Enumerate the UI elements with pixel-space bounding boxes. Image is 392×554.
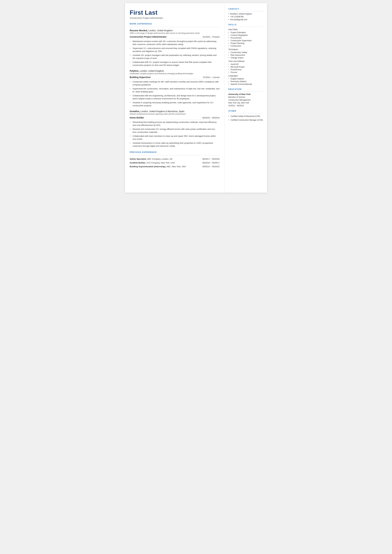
skill-item-2-0: AutoCAD [228,63,263,65]
skill-list-2: AutoCADMicrosoft ProjectProntoFormsProco… [228,63,263,73]
bullet-2-0-0: Streamlined the building process by impl… [130,121,220,127]
candidate-name: First Last [130,9,220,16]
bullet-1-0-2: Collaborated with the engineering, archi… [130,94,220,100]
other-item-0: Certified Safety Professional (CSP) [228,115,263,118]
role-dates-1-0: 07/2021 – Current [203,76,220,78]
company-name-1: Polyhire, London, United Kingdom [130,70,220,72]
previous-roles-list: Safety Specialist, ABC Company, London, … [130,158,220,168]
skill-category-2: Tools and Software: [228,60,263,62]
bullet-2-0-3: Assisted homeowners in home sales by adv… [130,141,220,148]
work-experience-divider [130,27,220,27]
role-dates-2-0: 06/2018 – 09/2019 [202,117,219,119]
edu-block-0: University of New YorkBachelor of Scienc… [228,93,263,107]
bullets-1-0: Conducted safety meetings for 68+ staff … [130,80,220,107]
prev-dates-0: 06/2017 – 05/2018 [202,158,219,161]
skill-item-1-0: Construction Safety [228,51,263,54]
companies-list: Resume Worded, London, United KingdomOff… [130,29,220,148]
skill-item-0-5: Construction [228,45,263,47]
role-dates-0-0: 01/2022 – Present [203,36,219,38]
role-title-1-0: Building Supervisor [130,76,151,78]
resume-container: First Last Construction Project Administ… [125,3,267,193]
prev-row-1: Scaffold Builder, XYZ Company, New York,… [130,161,220,164]
prev-dates-2: 09/2014 – 05/2015 [202,165,219,168]
skill-item-2-2: ProntoForms [228,69,263,71]
skill-list-1: Construction SafetyRisk AssessmentChange… [228,51,263,59]
role-title-0-0: Construction Project Administrator [130,35,167,38]
contact-item-1: +44 123456789 [228,16,263,18]
previous-experience-divider [130,155,220,155]
other-heading: OTHER [228,110,263,112]
skills-section: Hard Skills:Project EstimationContract N… [228,28,263,85]
skill-item-1-1: Risk Assessment [228,54,263,56]
skill-item-0-2: Procurement [228,37,263,39]
skill-list-0: Project EstimationContract NegotiationPr… [228,31,263,47]
contact-item-0: Bradford, United Kingdom [228,13,263,15]
edu-school-0: University of New York [228,93,263,95]
skill-category-1: Techniques: [228,48,263,50]
prev-label-2: Building Superintendent (Internship), AB… [130,165,201,168]
skill-item-0-1: Contract Negotiation [228,34,263,36]
prev-label-1: Scaffold Builder, XYZ Company, New York,… [130,161,201,164]
other-divider [228,113,263,113]
job-title: Construction Project Administrator [130,17,220,19]
skill-item-2-1: Microsoft Project [228,66,263,68]
bullet-1-0-3: Assisted in acquiring necessary building… [130,101,220,107]
bullet-1-0-1: Supervised the construction, renovation,… [130,87,220,93]
previous-experience-heading: PREVIOUS EXPERIENCE [130,151,220,153]
prev-dates-1: 06/2016 – 05/2017 [202,161,219,164]
skill-item-3-2: Spanish (Conversational) [228,83,263,85]
contact-item-2: first.last@gmail.com [228,19,263,21]
skill-item-0-0: Project Estimation [228,31,263,34]
company-tagline-0: Offers a full range of design-build serv… [130,32,220,34]
other-item-1: Certified Construction Manager (CCM) [228,119,263,121]
skill-item-0-3: Construction Supervision [228,40,263,42]
education-heading: EDUCATION [228,88,263,90]
bullet-0-0-3: Collaborated with 21+ project managers t… [130,61,220,67]
skills-heading: SKILLS [228,23,263,26]
contact-heading: CONTACT [228,8,263,10]
skill-item-1-2: Change Orders [228,57,263,59]
company-name-2: Growthsi, London, United Kingdom & Barce… [130,110,220,112]
company-block-0: Resume Worded, London, United KingdomOff… [130,29,220,67]
bullet-1-0-0: Conducted safety meetings for 68+ staff … [130,80,220,86]
bullet-2-0-1: Devised and constructed 13+ energy-effic… [130,128,220,134]
skill-list-3: English (Native)Romanian (Native)Spanish… [228,78,263,85]
other-list: Certified Safety Professional (CSP)Certi… [228,115,263,121]
bullets-0-0: Maintained constant contact with 35+ cus… [130,40,220,67]
role-row-0-0: Construction Project Administrator01/202… [130,35,220,39]
education-section: University of New YorkBachelor of Scienc… [228,93,263,107]
contact-list: Bradford, United Kingdom+44 123456789fir… [228,13,263,21]
left-column: First Last Construction Project Administ… [125,3,224,193]
skill-category-0: Hard Skills: [228,28,263,31]
edu-detail-0: Bachelor of ScienceConstruction Manageme… [228,96,263,107]
prev-row-0: Safety Specialist, ABC Company, London, … [130,158,220,161]
role-row-2-0: Home Builder06/2018 – 09/2019 [130,116,220,120]
company-tagline-2: Delivers professional services spanning … [130,113,220,115]
bullet-0-0-2: Assisted 19+ project managers with bid p… [130,54,220,60]
skill-category-3: Languages: [228,75,263,77]
bullet-0-0-0: Maintained constant contact with 35+ cus… [130,40,220,46]
bullet-2-0-2: Collaborated with team members to clean … [130,134,220,141]
skill-item-2-3: Procore [228,71,263,73]
role-title-2-0: Home Builder [130,116,144,119]
company-tagline-1: Undertakes complex projects and embraces… [130,72,220,75]
prev-label-0: Safety Specialist, ABC Company, London, … [130,158,201,161]
company-name-0: Resume Worded, London, United Kingdom [130,29,220,32]
skill-item-3-1: Romanian (Native) [228,80,263,83]
bullets-2-0: Streamlined the building process by impl… [130,121,220,148]
prev-row-2: Building Superintendent (Internship), AB… [130,165,220,168]
skill-item-0-4: Project Planning [228,42,263,44]
bullet-0-0-1: Supervised 11+ subcontractors and ensure… [130,47,220,53]
education-divider [228,91,263,91]
right-column: CONTACT Bradford, United Kingdom+44 1234… [224,3,267,193]
company-block-1: Polyhire, London, United KingdomUndertak… [130,70,220,107]
work-experience-heading: WORK EXPERIENCE [130,23,220,25]
role-row-1-0: Building Supervisor07/2021 – Current [130,76,220,79]
company-block-2: Growthsi, London, United Kingdom & Barce… [130,110,220,148]
skill-item-3-0: English (Native) [228,78,263,80]
